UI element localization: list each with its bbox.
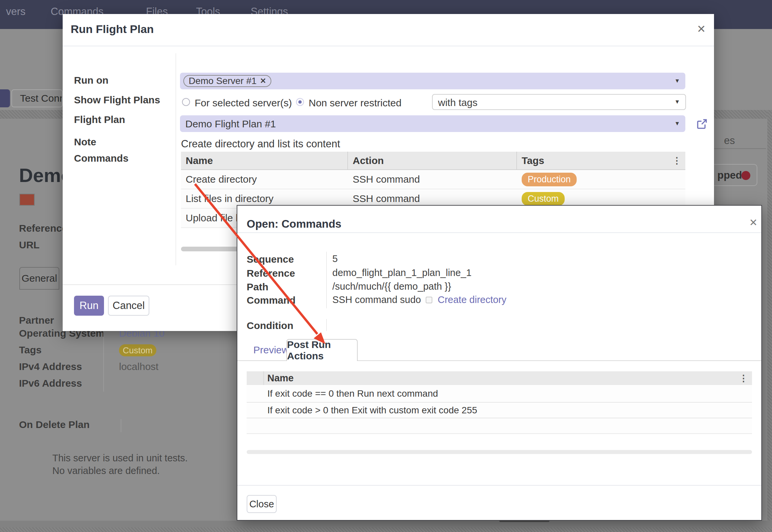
post-run-actions-table: Name ⋮ If exit code == 0 then Run next c… (247, 371, 752, 434)
path-label: Path (247, 281, 268, 293)
tag-chip-custom: Custom (522, 192, 565, 206)
nav-item-servers[interactable]: vers (6, 6, 26, 18)
close-button[interactable]: Close (247, 495, 277, 513)
radio-for-selected-servers-label: For selected server(s) (195, 97, 292, 109)
cell-name: List files in directory (181, 193, 348, 204)
radio-non-server-restricted[interactable] (296, 98, 304, 106)
note-label: Note (74, 136, 96, 148)
reference-value: demo_flight_plan_1_plan_line_1 (332, 267, 472, 278)
tag-badge-custom: Custom (119, 344, 156, 356)
flight-plan-description: Create directory and list its content (181, 138, 340, 150)
status-badge-text: pped (717, 169, 742, 181)
column-header-tags[interactable]: Tags ⋮ (517, 155, 685, 166)
server-tag-chip[interactable]: Demo Server #1 ✕ (183, 75, 271, 87)
run-button[interactable]: Run (74, 296, 104, 316)
table-options-icon[interactable]: ⋮ (739, 373, 748, 384)
command-value-row: SSH command sudo Create directory (332, 294, 506, 305)
header-divider (237, 232, 761, 233)
label-column-divider (176, 53, 176, 265)
close-icon[interactable]: ✕ (695, 23, 708, 36)
column-header-action[interactable]: Action (348, 152, 517, 169)
status-dot-icon (741, 171, 750, 180)
cancel-button[interactable]: Cancel (108, 296, 149, 316)
server-note-line2: No variables are defined. (52, 465, 160, 476)
ipv6-label: IPv6 Address (19, 378, 82, 389)
tags-label: Tags (19, 344, 42, 356)
run-on-select[interactable]: Demo Server #1 ✕ ▼ (180, 73, 685, 89)
ipv4-label: IPv4 Address (19, 361, 82, 372)
close-icon[interactable]: ✕ (747, 217, 760, 230)
cell-name: Create directory (181, 174, 348, 185)
radio-for-selected-servers[interactable] (182, 98, 190, 106)
flight-plan-select[interactable]: Demo Flight Plan #1 ▼ (180, 115, 685, 132)
run-on-label: Run on (74, 75, 108, 86)
clipped-right-text: es (724, 135, 735, 147)
remove-tag-icon[interactable]: ✕ (260, 77, 266, 85)
label-column-divider2 (326, 319, 327, 331)
sheet-edge-hatch-bottom (0, 527, 772, 532)
chevron-down-icon: ▼ (674, 120, 680, 127)
radio-non-server-restricted-label: Non server restricted (309, 97, 401, 109)
horizontal-scrollbar[interactable] (247, 450, 752, 454)
reference-label: Reference (19, 223, 67, 234)
on-delete-plan-label: On Delete Plan (19, 419, 90, 430)
url-label: URL (19, 239, 40, 251)
table-options-icon[interactable]: ⋮ (672, 155, 681, 166)
sequence-value: 5 (332, 253, 338, 264)
condition-label: Condition (247, 320, 293, 331)
empty-table-row (247, 418, 752, 434)
command-checkbox[interactable] (426, 297, 432, 303)
server-title: Demo (19, 164, 63, 188)
tab-preview[interactable]: Preview (253, 344, 289, 356)
reference-label: Reference (247, 268, 295, 279)
sheet-edge-hatch-right (767, 110, 772, 532)
path-value: /such/much/{{ demo_path }} (332, 281, 451, 292)
column-header-name[interactable]: Name (181, 152, 348, 169)
cell-action: SSH command (348, 174, 517, 185)
ipv4-value: localhost (119, 361, 158, 372)
show-flight-plans-label: Show Flight Plans (74, 94, 160, 106)
column-header-tags-label: Tags (522, 155, 544, 166)
command-label: Command (247, 295, 296, 306)
dialog-title: Run Flight Plan (71, 23, 154, 36)
sequence-label: Sequence (247, 254, 294, 265)
tab-general[interactable]: General (19, 267, 59, 290)
color-swatch[interactable] (19, 194, 35, 206)
chevron-down-icon: ▼ (674, 99, 680, 105)
table-header-row: Name ⋮ (247, 371, 752, 385)
external-link-icon[interactable] (696, 118, 708, 130)
with-tags-select[interactable]: with tags ▼ (432, 94, 686, 110)
open-commands-dialog: Open: Commands ✕ Sequence Reference Path… (237, 205, 762, 521)
command-value: SSH command sudo (332, 294, 421, 305)
clipped-primary-button[interactable] (0, 89, 10, 107)
table-row[interactable]: If exit code == 0 then Run next command (247, 385, 752, 403)
flight-plan-value: Demo Flight Plan #1 (185, 118, 276, 130)
table-row[interactable]: If exit code > 0 then Exit with custom e… (247, 403, 752, 418)
header-divider (63, 46, 714, 46)
footer-divider (237, 485, 761, 486)
field-separator-line2 (121, 419, 121, 432)
field-separator-line (103, 330, 104, 392)
partner-label: Partner (19, 315, 54, 326)
selector-column[interactable] (247, 371, 264, 385)
server-tag-label: Demo Server #1 (189, 76, 257, 86)
tab-post-run-actions[interactable]: Post Run Actions (286, 339, 358, 361)
create-directory-link[interactable]: Create directory (438, 294, 506, 305)
column-header-name[interactable]: Name (264, 373, 294, 384)
sheet-bottom-strip (0, 521, 772, 527)
chevron-down-icon: ▼ (674, 78, 680, 84)
with-tags-value: with tags (438, 97, 477, 108)
cell-action: SSH command (348, 193, 517, 204)
label-column-divider (326, 252, 327, 308)
tag-chip-production: Production (522, 173, 577, 186)
flight-plan-label: Flight Plan (74, 114, 125, 125)
dialog-title: Open: Commands (247, 218, 341, 230)
table-header-row: Name Action Tags ⋮ (181, 152, 685, 170)
commands-label: Commands (74, 153, 128, 164)
table-row[interactable]: Create directory SSH command Production (181, 170, 685, 189)
test-connection-button[interactable]: Test Conne (11, 89, 63, 107)
server-note-line1: This server is used in unit tests. (52, 453, 188, 464)
